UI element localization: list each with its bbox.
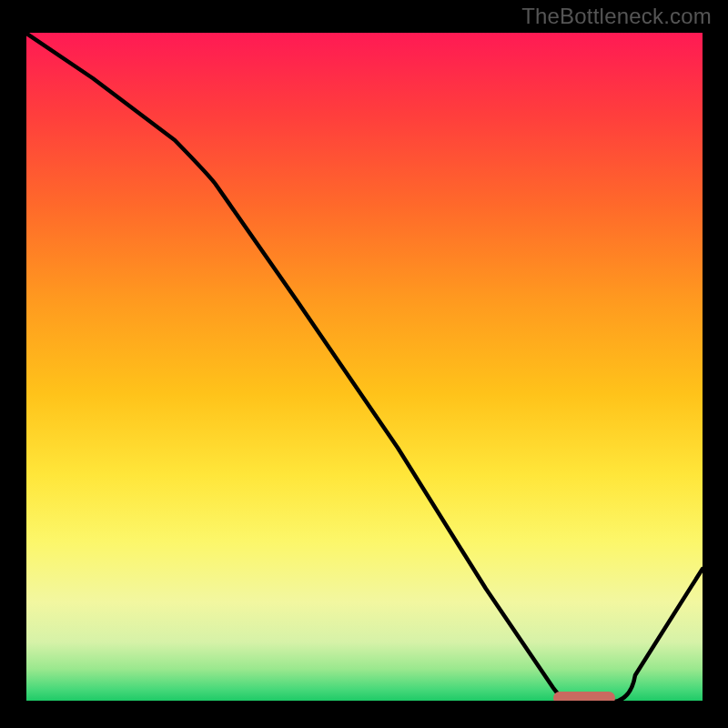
x-axis-line	[25, 701, 703, 705]
chart-container: TheBottleneck.com	[0, 0, 728, 728]
watermark-text: TheBottleneck.com	[521, 4, 712, 29]
y-axis-line	[22, 33, 26, 706]
curve-svg	[25, 33, 703, 703]
plot-area	[25, 33, 703, 703]
bottleneck-curve-path	[25, 33, 703, 703]
